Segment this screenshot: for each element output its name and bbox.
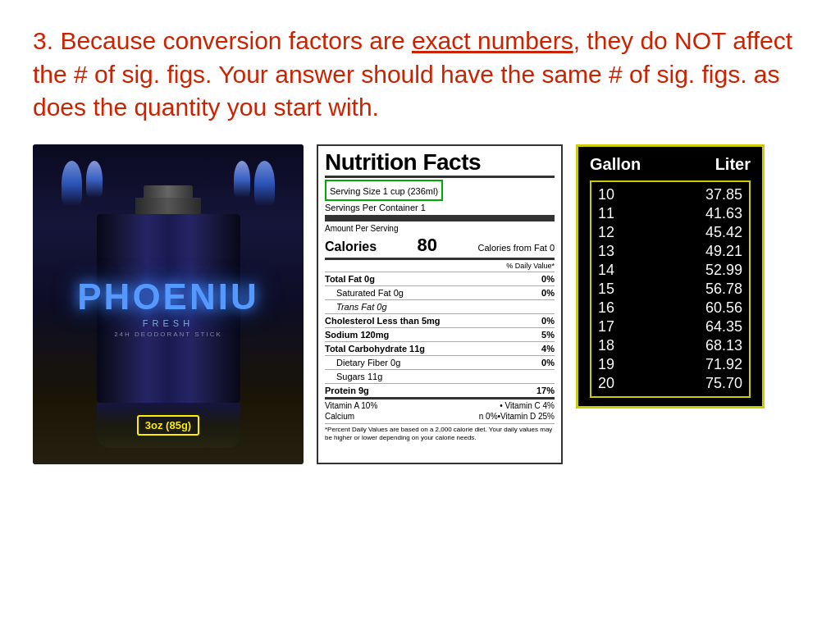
- nutrient-row-5: Total Carbohydrate 11g4%: [325, 344, 555, 354]
- footer-text: *Percent Daily Values are based on a 2,0…: [325, 423, 555, 443]
- nutrient-row-2: Trans Fat 0g: [325, 302, 555, 312]
- nutrient-row-8: Protein 9g17%: [325, 386, 555, 395]
- header-liter: Liter: [685, 155, 751, 174]
- nutrient-pct-3: 0%: [541, 316, 555, 326]
- table-row-7: 1764.35: [598, 317, 742, 336]
- table-row-4: 1452.99: [598, 261, 742, 280]
- liter-value-7: 64.35: [669, 318, 742, 336]
- nutrition-title: Nutrition Facts: [325, 151, 555, 174]
- serving-size-box: Serving Size 1 cup (236ml): [325, 180, 443, 201]
- nutrient-label-3: Cholesterol Less than 5mg: [325, 316, 541, 326]
- nutrient-label-1: Saturated Fat 0g: [336, 288, 541, 298]
- product-bg: PHOENIU FRESH 24H DEODORANT STICK 3oz (8…: [33, 144, 304, 464]
- nutrient-label-6: Dietary Fiber 0g: [336, 358, 541, 368]
- gallon-value-9: 19: [598, 356, 647, 373]
- nutrient-row-7: Sugars 11g: [325, 372, 555, 381]
- thin-divider-3: [325, 327, 555, 328]
- thin-divider-1: [325, 299, 555, 300]
- servings-per: Servings Per Container 1: [325, 203, 555, 212]
- table-row-5: 1556.78: [598, 280, 742, 299]
- thin-divider-0: [325, 285, 555, 286]
- nutrient-label-8: Protein 9g: [325, 386, 536, 395]
- calories-row: Calories 80 Calories from Fat 0: [325, 235, 555, 256]
- images-section: PHOENIU FRESH 24H DEODORANT STICK 3oz (8…: [33, 144, 807, 464]
- gallon-value-0: 10: [598, 186, 647, 203]
- table-row-0: 1037.85: [598, 185, 742, 204]
- main-paragraph: 3. Because conversion factors are exact …: [33, 25, 807, 125]
- nutrient-row-0: Total Fat 0g0%: [325, 274, 555, 284]
- nutrient-pct-0: 0%: [541, 274, 555, 284]
- thin-divider-2: [325, 313, 555, 314]
- product-image: PHOENIU FRESH 24H DEODORANT STICK 3oz (8…: [33, 144, 304, 464]
- table-data-area: 1037.851141.631245.421349.211452.991556.…: [590, 180, 751, 398]
- calcium: Calcium: [325, 412, 354, 421]
- vitamin-d: n 0%•Vitamin D 25%: [479, 412, 555, 421]
- liter-value-9: 71.92: [669, 356, 742, 373]
- liter-value-2: 45.42: [669, 224, 742, 241]
- gallon-value-10: 20: [598, 375, 647, 392]
- nutrient-label-7: Sugars 11g: [336, 372, 555, 381]
- table-row-9: 1971.92: [598, 355, 742, 374]
- liter-value-4: 52.99: [669, 262, 742, 279]
- gallon-value-5: 15: [598, 281, 647, 298]
- liter-value-1: 41.63: [669, 205, 742, 222]
- vitamin-row-2: Calcium n 0%•Vitamin D 25%: [325, 412, 555, 421]
- nutrient-label-2: Trans Fat 0g: [336, 302, 555, 312]
- calories-label: Calories: [325, 240, 377, 254]
- gallon-value-4: 14: [598, 262, 647, 279]
- gallon-value-1: 11: [598, 205, 647, 222]
- brand-text: PHOENIU: [77, 279, 258, 315]
- nutrient-pct-6: 0%: [541, 358, 555, 368]
- nutrient-label-5: Total Carbohydrate 11g: [325, 344, 541, 354]
- nutrient-row-3: Cholesterol Less than 5mg0%: [325, 316, 555, 326]
- calories-from-fat: Calories from Fat 0: [477, 243, 555, 253]
- nutrient-pct-1: 0%: [541, 288, 555, 298]
- thin-divider-5: [325, 355, 555, 356]
- daily-value-header: % Daily Value*: [325, 262, 555, 270]
- nutrient-row-1: Saturated Fat 0g0%: [325, 288, 555, 298]
- main-container: 3. Because conversion factors are exact …: [0, 0, 840, 630]
- table-row-10: 2075.70: [598, 374, 742, 393]
- exact-numbers-text: exact numbers: [412, 27, 573, 54]
- size-label: 3oz (85g): [137, 415, 199, 436]
- thin-divider-4: [325, 341, 555, 342]
- thin-divider-7: [325, 383, 555, 384]
- gallon-value-2: 12: [598, 224, 647, 241]
- text-section: 3. Because conversion factors are exact …: [33, 25, 807, 125]
- table-row-1: 1141.63: [598, 204, 742, 223]
- nutrient-pct-8: 17%: [536, 386, 555, 395]
- vitamin-c: • Vitamin C 4%: [500, 401, 555, 410]
- vitamin-row-1: Vitamin A 10% • Vitamin C 4%: [325, 401, 555, 410]
- gallon-value-8: 18: [598, 337, 647, 354]
- serving-size-text: Serving Size 1 cup (236ml): [330, 186, 438, 196]
- nutrient-label-4: Sodium 120mg: [325, 330, 541, 340]
- main-text-part1: Because conversion factors are: [60, 27, 412, 54]
- calories-number: 80: [418, 235, 437, 256]
- nutrient-row-4: Sodium 120mg5%: [325, 330, 555, 340]
- table-header: Gallon Liter: [590, 155, 751, 177]
- liter-value-0: 37.85: [669, 186, 742, 203]
- point-number: 3.: [33, 27, 53, 54]
- vitamin-a: Vitamin A 10%: [325, 401, 377, 410]
- gallon-value-3: 13: [598, 243, 647, 260]
- table-row-8: 1868.13: [598, 336, 742, 355]
- table-row-6: 1660.56: [598, 299, 742, 317]
- liter-value-6: 60.56: [669, 299, 742, 317]
- product-description: 24H DEODORANT STICK: [114, 331, 222, 338]
- header-gallon: Gallon: [590, 155, 655, 174]
- nutrient-pct-5: 4%: [541, 344, 555, 354]
- nutrient-label-0: Total Fat 0g: [325, 274, 541, 284]
- liter-value-10: 75.70: [669, 375, 742, 392]
- nutrient-pct-4: 5%: [541, 330, 555, 340]
- liter-value-5: 56.78: [669, 281, 742, 298]
- gallon-value-7: 17: [598, 318, 647, 336]
- table-row-3: 1349.21: [598, 242, 742, 261]
- thin-divider-6: [325, 369, 555, 370]
- nutrients-list: Total Fat 0g0%Saturated Fat 0g0%Trans Fa…: [325, 274, 555, 395]
- product-variant: FRESH: [143, 318, 194, 328]
- liter-value-8: 68.13: [669, 337, 742, 354]
- amount-per: Amount Per Serving: [325, 224, 555, 233]
- conversion-table: Gallon Liter 1037.851141.631245.421349.2…: [576, 144, 765, 409]
- nutrition-panel: Nutrition Facts Serving Size 1 cup (236m…: [317, 144, 563, 464]
- nutrient-row-6: Dietary Fiber 0g0%: [325, 358, 555, 368]
